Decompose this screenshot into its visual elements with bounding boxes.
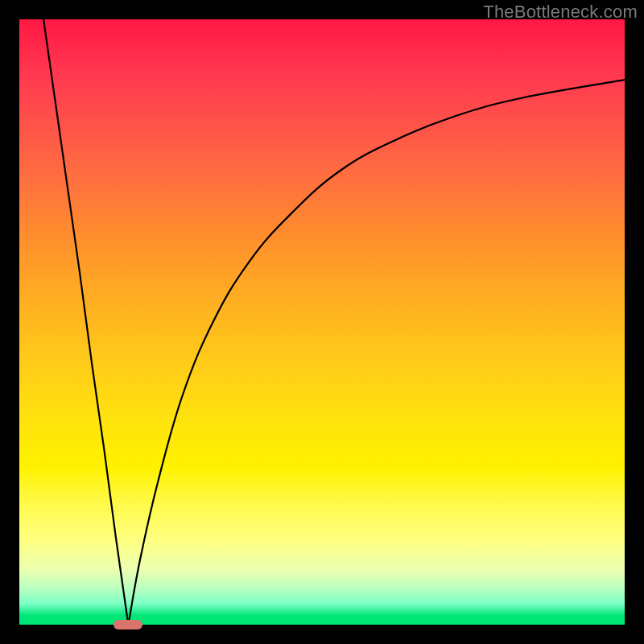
right-branch-line xyxy=(128,80,625,625)
watermark-text: TheBottleneck.com xyxy=(483,2,638,23)
optimal-point-marker xyxy=(114,620,142,630)
chart-plot-area xyxy=(19,19,625,625)
bottleneck-curve xyxy=(19,19,625,625)
left-branch-line xyxy=(43,19,128,625)
